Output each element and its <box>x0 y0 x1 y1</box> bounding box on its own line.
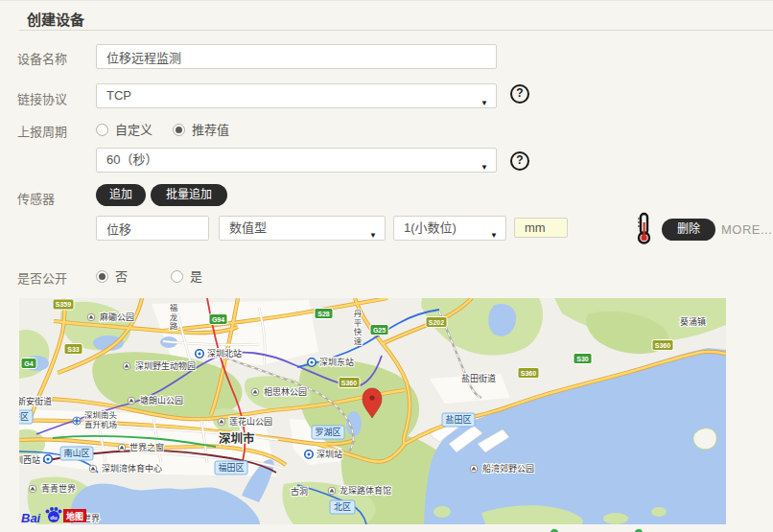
svg-text:S359: S359 <box>56 301 71 308</box>
baidu-logo-ditu: 地图 <box>66 511 83 521</box>
radio-yes-circle[interactable] <box>171 270 183 283</box>
chevron-down-icon: ▼ <box>480 92 488 115</box>
road-label: 福龙路 <box>168 303 177 331</box>
chevron-down-icon: ▼ <box>480 156 488 179</box>
radio-recommended-circle[interactable] <box>173 124 185 136</box>
svg-text:麻磡公园: 麻磡公园 <box>100 312 134 322</box>
radio-no-label: 否 <box>115 269 128 284</box>
chevron-down-icon: ▼ <box>369 224 377 247</box>
svg-text:安区: 安区 <box>19 411 29 422</box>
radio-custom-circle[interactable] <box>96 124 108 136</box>
svg-text:青青世界: 青青世界 <box>41 483 76 494</box>
append-button[interactable]: 追加 <box>96 184 146 206</box>
report-cycle-select-value: 60（秒） <box>106 152 157 167</box>
sensor-label: 传感器 <box>17 189 55 207</box>
svg-text:葵涌镇: 葵涌镇 <box>680 316 706 327</box>
thermometer-icon <box>634 212 653 248</box>
svg-text:深圳湾体育中心: 深圳湾体育中心 <box>102 463 162 474</box>
device-name-input[interactable] <box>96 44 497 69</box>
svg-text:盐田区: 盐田区 <box>445 414 471 425</box>
batch-append-button[interactable]: 批量追加 <box>151 184 227 206</box>
radio-recommended-label: 推荐值 <box>192 123 229 137</box>
svg-text:北区: 北区 <box>334 502 351 512</box>
title-divider <box>19 30 773 31</box>
radio-custom[interactable]: 自定义 <box>96 120 152 138</box>
svg-text:世界之窗: 世界之窗 <box>129 442 164 452</box>
svg-text:S360: S360 <box>521 370 536 377</box>
svg-text:S33: S33 <box>67 346 80 353</box>
sensor-decimals-value: 1(小数位) <box>404 220 457 235</box>
svg-text:深圳东站: 深圳东站 <box>319 357 354 367</box>
radio-no[interactable]: 否 <box>96 266 128 285</box>
report-cycle-label: 上报周期 <box>17 122 67 140</box>
report-cycle-help-icon[interactable]: ? <box>510 151 529 171</box>
baidu-logo-bai: Bai <box>21 511 41 524</box>
svg-text:深圳西站: 深圳西站 <box>19 454 40 465</box>
protocol-select[interactable]: TCP ▼ <box>96 83 497 108</box>
svg-text:古洞: 古洞 <box>291 486 308 497</box>
svg-text:新安街道: 新安街道 <box>19 396 52 406</box>
svg-text:莲花山公园: 莲花山公园 <box>229 416 272 427</box>
page-title: 创建设备 <box>27 9 84 29</box>
svg-text:直升机场: 直升机场 <box>84 420 117 429</box>
radio-yes-label: 是 <box>190 269 202 284</box>
svg-text:塘朗山公园: 塘朗山公园 <box>140 395 183 405</box>
radio-no-circle[interactable] <box>96 270 108 283</box>
device-name-label: 设备名称 <box>17 49 67 67</box>
baidu-map[interactable]: S359 S33 G4 G94 S28 G25 S202 S360 S30 S3… <box>19 298 726 524</box>
svg-text:S360: S360 <box>655 342 670 349</box>
svg-text:相思林公园: 相思林公园 <box>264 386 307 397</box>
radio-recommended[interactable]: 推荐值 <box>173 120 229 138</box>
delete-button[interactable]: 删除 <box>662 219 715 241</box>
svg-text:深圳站: 深圳站 <box>316 449 342 459</box>
public-label: 是否公开 <box>17 268 67 287</box>
svg-text:船湾郊野公园: 船湾郊野公园 <box>482 463 534 474</box>
more-link[interactable]: MORE... <box>721 222 772 237</box>
svg-text:G94: G94 <box>212 316 224 323</box>
chevron-down-icon: ▼ <box>490 224 498 247</box>
report-cycle-select[interactable]: 60（秒） ▼ <box>96 148 497 173</box>
road-label: 丹平快速 <box>352 310 362 346</box>
protocol-help-icon[interactable]: ? <box>510 84 529 104</box>
svg-text:深圳野生动物园: 深圳野生动物园 <box>135 360 196 371</box>
radio-custom-label: 自定义 <box>115 123 152 137</box>
sensor-type-select[interactable]: 数值型 ▼ <box>219 216 386 241</box>
sensor-type-value: 数值型 <box>229 220 267 235</box>
svg-text:南山区: 南山区 <box>63 448 89 458</box>
sensor-unit-input[interactable] <box>514 218 568 238</box>
svg-text:S202: S202 <box>429 319 444 326</box>
svg-text:S360: S360 <box>341 380 357 386</box>
svg-text:福田区: 福田区 <box>218 462 244 473</box>
protocol-select-value: TCP <box>106 88 131 103</box>
baidu-logo-du: du <box>50 515 58 520</box>
svg-text:深圳北站: 深圳北站 <box>207 348 242 359</box>
svg-text:S28: S28 <box>317 311 330 317</box>
svg-text:盐田街道: 盐田街道 <box>461 373 496 383</box>
sensor-decimals-select[interactable]: 1(小数位) ▼ <box>393 216 506 241</box>
protocol-label: 链接协议 <box>17 89 67 107</box>
radio-yes[interactable]: 是 <box>171 266 202 285</box>
svg-text:龙琛路体育馆: 龙琛路体育馆 <box>340 485 391 496</box>
sensor-name-input[interactable] <box>96 216 209 241</box>
svg-text:S30: S30 <box>576 356 589 362</box>
svg-text:罗湖区: 罗湖区 <box>315 428 340 437</box>
svg-text:深圳南头: 深圳南头 <box>84 410 118 420</box>
svg-text:G4: G4 <box>24 360 33 367</box>
city-label: 深圳市 <box>219 431 255 446</box>
svg-text:G25: G25 <box>373 327 386 334</box>
